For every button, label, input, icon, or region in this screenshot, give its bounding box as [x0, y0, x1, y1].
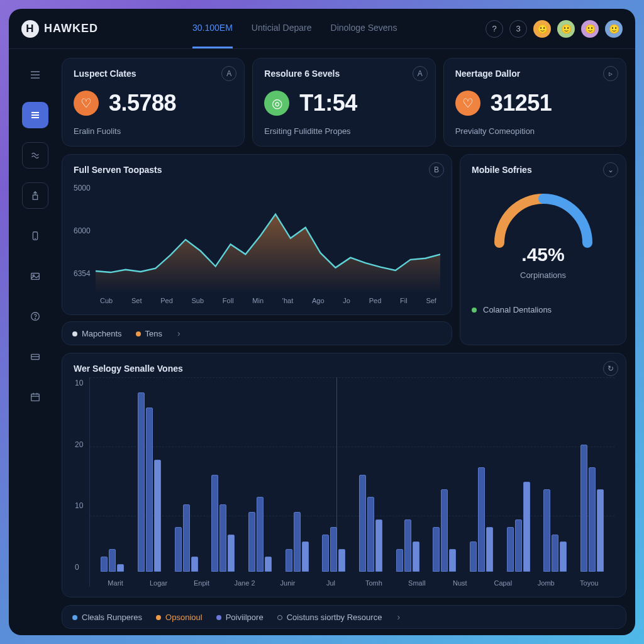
y-axis: 5000 6000 6354: [74, 180, 96, 293]
bar: [154, 460, 161, 572]
bar: [248, 512, 255, 572]
bar: [597, 489, 604, 572]
bar: [175, 527, 182, 572]
kpi-value: 3.5788: [109, 90, 176, 116]
chevron-right-icon[interactable]: ›: [397, 612, 400, 622]
tab-tertiary[interactable]: Dinologe Sevens: [331, 9, 397, 48]
bar: [265, 557, 272, 572]
tab-secondary[interactable]: Unticial Depare: [252, 9, 312, 48]
body: Luspect Clates A ♡ 3.5788 Eralin Fuolits…: [9, 49, 635, 635]
bar: [552, 535, 558, 572]
gauge-label: Corpinations: [520, 270, 566, 280]
logo[interactable]: H HAWKED: [21, 20, 98, 38]
legend-item[interactable]: Tens: [136, 329, 162, 338]
bar: [211, 475, 218, 572]
sidebar-item-flow[interactable]: [22, 142, 48, 169]
notification-badge[interactable]: 3: [509, 20, 527, 38]
line-chart: 5000 6000 6354: [74, 180, 440, 293]
legend-item[interactable]: Mapchents: [72, 329, 122, 338]
bar: [404, 519, 411, 572]
bar: [486, 527, 493, 572]
sidebar-item-device[interactable]: [22, 223, 48, 249]
kpi-row: Luspect Clates A ♡ 3.5788 Eralin Fuolits…: [62, 58, 626, 147]
card-action-icon[interactable]: A: [413, 66, 428, 81]
chevron-right-icon[interactable]: ›: [177, 328, 180, 338]
legend-item[interactable]: Opsonioul: [156, 613, 203, 622]
bar: [470, 541, 477, 572]
card-action-icon[interactable]: B: [429, 162, 444, 177]
bar: [413, 541, 419, 572]
avatar[interactable]: 🙂: [557, 20, 575, 38]
legend-item[interactable]: Colanal Dentalions: [472, 305, 614, 314]
heart-icon: ♡: [74, 91, 99, 116]
sidebar-item-list[interactable]: [22, 62, 48, 88]
card-action-icon[interactable]: ▹: [603, 66, 618, 81]
bar: [294, 512, 301, 572]
svg-point-12: [35, 318, 35, 319]
header-tabs: 30.100EM Unticial Depare Dinologe Sevens: [192, 9, 397, 48]
line-chart-legend: Mapchents Tens ›: [62, 321, 452, 345]
header: H HAWKED 30.100EM Unticial Depare Dinolo…: [9, 9, 635, 49]
sidebar-item-card[interactable]: [22, 343, 48, 370]
bar: [228, 535, 235, 572]
help-icon[interactable]: ?: [486, 20, 503, 38]
svg-rect-6: [33, 195, 37, 199]
kpi-title: Neertage Dallor: [455, 69, 614, 79]
svg-rect-15: [31, 394, 40, 401]
sidebar-item-image[interactable]: [22, 263, 48, 289]
x-axis: MaritLogarEnpitJane 2JunirJulTomhSmallNu…: [94, 579, 611, 587]
chevron-down-icon[interactable]: ⌄: [603, 162, 618, 177]
bar: [515, 519, 522, 572]
bar: [101, 557, 108, 572]
bar: [219, 504, 226, 572]
bar: [183, 504, 190, 572]
bar: [589, 467, 596, 572]
heart-icon: ♡: [455, 91, 480, 116]
bar: [117, 564, 124, 572]
sidebar-item-calendar[interactable]: [22, 384, 48, 410]
bar: [322, 535, 329, 572]
bar: [560, 541, 567, 572]
avatar[interactable]: 🙂: [605, 20, 623, 38]
gauge-card: Mobile Sofries ⌄ .45% Corpinations Colan…: [460, 154, 626, 345]
bar: [359, 475, 366, 572]
kpi-card-1: Luspect Clates A ♡ 3.5788 Eralin Fuolits: [62, 58, 245, 147]
tab-primary[interactable]: 30.100EM: [192, 9, 233, 48]
avatar[interactable]: 🙂: [533, 20, 551, 38]
card-action-icon[interactable]: A: [221, 66, 236, 81]
legend-item[interactable]: Poiviilpore: [216, 613, 264, 622]
line-chart-card: Full Serven Toopasts B 5000 6000 6354: [62, 154, 452, 315]
gauge-value: .45%: [521, 244, 564, 265]
bar: [138, 392, 145, 572]
kpi-title: Luspect Clates: [74, 69, 233, 79]
bar: [433, 527, 440, 572]
card-title: Mobile Sofries: [472, 165, 614, 175]
sidebar-item-dashboard[interactable]: [22, 102, 48, 128]
kpi-title: Resolure 6 Sevels: [264, 69, 423, 79]
card-title: Full Serven Toopasts: [74, 165, 440, 175]
plot-area: [96, 180, 440, 293]
bar-chart-legend: Cleals Runperes Opsonioul Poiviilpore Co…: [62, 605, 626, 629]
bar: [396, 549, 403, 572]
legend-item[interactable]: Cleals Runperes: [72, 613, 142, 622]
avatar[interactable]: 🙂: [581, 20, 599, 38]
sidebar: [9, 49, 62, 635]
legend-item[interactable]: Coistuns siortby Resource: [277, 613, 382, 622]
bar: [449, 549, 456, 572]
bar: [543, 489, 550, 572]
kpi-card-3: Neertage Dallor ▹ ♡ 31251 Previalty Come…: [443, 58, 626, 147]
bar: [367, 497, 374, 572]
refresh-icon[interactable]: ↻: [603, 361, 618, 376]
sidebar-item-upload[interactable]: [22, 182, 48, 209]
logo-icon: H: [21, 20, 39, 38]
bar-chart-card: Wer Selogy Senalle Vones ↻ 10 20 10 0: [62, 353, 626, 597]
bar: [580, 445, 587, 572]
chart-row: Full Serven Toopasts B 5000 6000 6354: [62, 154, 626, 345]
bar-chart: 10 20 10 0 MaritLogarEnpitJane 2JunirJul…: [74, 377, 614, 587]
bar: [507, 527, 514, 572]
kpi-value: T1:54: [299, 90, 357, 116]
kpi-subtitle: Eralin Fuolits: [74, 126, 233, 136]
sidebar-item-help[interactable]: [22, 303, 48, 330]
bar: [191, 557, 198, 572]
kpi-value: 31251: [491, 90, 552, 116]
